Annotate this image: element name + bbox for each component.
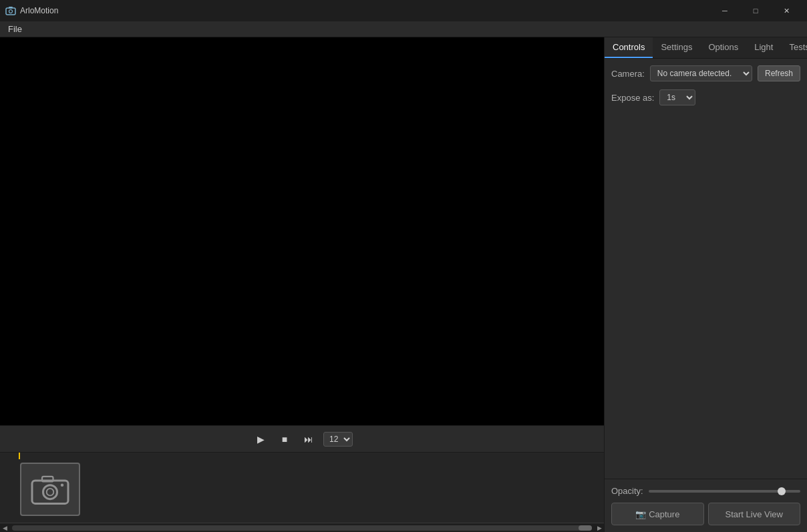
expose-label: Expose as: [611, 93, 654, 103]
tab-tests[interactable]: Tests [781, 37, 807, 58]
tab-controls[interactable]: Controls [605, 37, 653, 58]
main-layout: ▶ ■ ⏭ 12 24 6 [0, 37, 807, 532]
video-area [0, 37, 604, 425]
refresh-button[interactable]: Refresh [758, 65, 800, 81]
svg-rect-2 [9, 7, 13, 9]
timeline-content [0, 459, 604, 519]
opacity-label: Opacity: [611, 486, 643, 496]
opacity-slider[interactable] [649, 490, 800, 493]
frame-count-select[interactable]: 12 24 6 [323, 432, 353, 447]
svg-rect-6 [42, 476, 53, 481]
menu-file[interactable]: File [3, 23, 27, 35]
horizontal-scrollbar: ◀ ▶ [0, 523, 604, 532]
left-panel: ▶ ■ ⏭ 12 24 6 [0, 37, 604, 532]
svg-point-1 [9, 10, 13, 13]
action-buttons: 📷 Capture Start Live View [611, 503, 800, 525]
menu-bar: File [0, 21, 807, 37]
stop-button[interactable]: ■ [275, 430, 294, 449]
svg-point-5 [47, 488, 54, 495]
expose-row: Expose as: 1s 2s 5s 10s 30s [611, 89, 800, 105]
playback-controls: ▶ ■ ⏭ 12 24 6 [0, 425, 604, 452]
camera-label: Camera: [611, 69, 645, 79]
opacity-row: Opacity: [611, 486, 800, 496]
capture-icon: 📷 [635, 509, 646, 519]
close-button[interactable]: ✕ [771, 0, 802, 21]
expose-dropdown[interactable]: 1s 2s 5s 10s 30s [659, 89, 695, 105]
bottom-controls: Opacity: 📷 Capture Start Live View [605, 479, 807, 532]
capture-button[interactable]: 📷 Capture [611, 503, 704, 525]
app-icon [5, 5, 16, 16]
play-button[interactable]: ▶ [251, 430, 270, 449]
camera-row: Camera: No camera detected. Refresh [611, 65, 800, 81]
timeline-area: ◀ ▶ [0, 452, 604, 532]
tab-light[interactable]: Light [746, 37, 781, 58]
right-panel: Controls Settings Options Light Tests Pa… [604, 37, 807, 532]
live-view-label: Start Live View [725, 509, 783, 519]
tab-settings[interactable]: Settings [653, 37, 700, 58]
next-frame-button[interactable]: ⏭ [299, 430, 318, 449]
camera-dropdown[interactable]: No camera detected. [650, 65, 752, 81]
title-left: ArloMotion [5, 5, 58, 16]
tab-bar: Controls Settings Options Light Tests Pa… [605, 37, 807, 59]
minimize-button[interactable]: ─ [709, 0, 740, 21]
camera-icon [30, 473, 70, 506]
controls-content: Camera: No camera detected. Refresh Expo… [605, 59, 807, 479]
scroll-left-arrow[interactable]: ◀ [0, 523, 9, 533]
live-view-button[interactable]: Start Live View [708, 503, 801, 525]
scrollbar-track[interactable] [12, 525, 592, 531]
camera-thumbnail [20, 463, 80, 516]
capture-label: Capture [649, 509, 679, 519]
tab-options[interactable]: Options [700, 37, 746, 58]
title-bar: ArloMotion ─ □ ✕ [0, 0, 807, 21]
svg-point-4 [43, 485, 57, 499]
window-controls: ─ □ ✕ [709, 0, 802, 21]
svg-rect-0 [6, 8, 15, 15]
scrollbar-thumb [579, 525, 592, 531]
scroll-right-arrow[interactable]: ▶ [595, 523, 604, 533]
svg-point-7 [61, 483, 64, 487]
timeline-marker [19, 453, 20, 459]
app-title: ArloMotion [20, 6, 58, 15]
maximize-button[interactable]: □ [740, 0, 771, 21]
